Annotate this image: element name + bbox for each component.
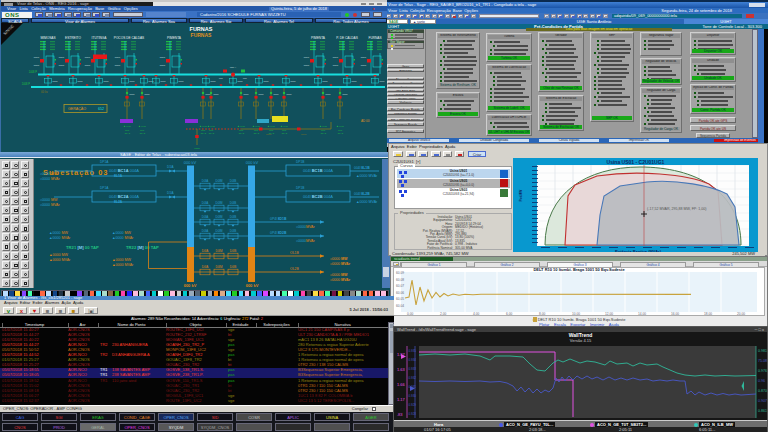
svg-text:D0lM: D0lM [215,229,223,233]
svg-text:000 kV: 000 kV [246,283,259,288]
svg-text:0018: 0018 [361,64,367,67]
svg-text:0018: 0018 [160,64,166,67]
svg-text:TR22 [M] 00 TAP: TR22 [M] 00 TAP [126,245,159,250]
svg-text:0.933: 0.933 [409,367,417,371]
svg-text:0018: 0018 [304,64,310,67]
svg-text:OL1B: OL1B [290,251,299,255]
svg-text:DP1B: DP1B [296,160,304,164]
svg-text:D0lA: D0lA [202,249,209,253]
svg-text:≈0000 MW: ≈0000 MW [330,257,348,261]
svg-text:0017: 0017 [85,56,91,59]
svg-text:0001: 0001 [104,80,110,82]
svg-text:0000: 0000 [145,93,151,95]
svg-text:D0lB: D0lB [230,249,237,253]
svg-text:0017: 0017 [304,56,310,59]
svg-text:8L2A: 8L2A [114,200,123,204]
svg-text:0001: 0001 [238,80,244,82]
svg-text:DP1A: DP1A [100,186,109,190]
svg-text:▲0000 MW: ▲0000 MW [49,253,69,257]
svg-text:.83: .83 [397,412,403,417]
svg-text:0017: 0017 [34,56,40,59]
svg-text:0017: 0017 [333,56,339,59]
svg-text:0001: 0001 [130,80,136,82]
svg-text:D0lA: D0lA [202,229,209,233]
svg-text:0.870: 0.870 [758,389,767,393]
svg-text:0.976: 0.976 [758,369,767,373]
svg-text:004l BC2B 004A: 004l BC2B 004A [303,194,333,199]
svg-text:0.934: 0.934 [409,358,417,362]
svg-text:D1lA: D1lA [167,191,174,195]
svg-text:1008 P: 1008 P [29,70,37,74]
svg-text:0018: 0018 [85,64,91,67]
svg-text:0000: 0000 [259,93,265,95]
svg-text:≈0000 MVAr: ≈0000 MVAr [330,278,351,282]
svg-text:0P4l 8D1B: 0P4l 8D1B [270,217,287,221]
svg-text:PIMENTA: PIMENTA [311,36,326,40]
svg-text:0001: 0001 [323,80,329,82]
svg-text:D1lA: D1lA [167,165,174,169]
svg-text:D0lB: D0lB [230,201,237,205]
svg-text:004l BC1B 004A: 004l BC1B 004A [303,168,333,173]
svg-text:D0lM: D0lM [215,249,223,253]
svg-text:0.932: 0.932 [409,376,417,380]
svg-text:-18 -5: -18 -5 [238,132,245,135]
svg-text:-18 -5: -18 -5 [320,132,327,135]
svg-text:1.63: 1.63 [397,367,406,372]
svg-text:0P4l 8D2B: 0P4l 8D2B [270,231,287,235]
svg-text:D0lM: D0lM [215,265,223,269]
svg-text:004l 8L1B: 004l 8L1B [354,166,370,170]
svg-text:-18 -5: -18 -5 [253,132,260,135]
svg-text:0001: 0001 [161,80,167,82]
svg-text:≈0000MVAr: ≈0000MVAr [296,225,315,229]
svg-text:-18 -5: -18 -5 [200,132,207,135]
svg-text:D0lA: D0lA [202,201,209,205]
svg-text:0001: 0001 [53,80,59,82]
svg-text:FURNAS: FURNAS [191,32,212,38]
svg-text:TR21 [M] 00 TAP: TR21 [M] 00 TAP [66,245,99,250]
svg-text:0001: 0001 [211,80,217,82]
svg-text:0000: 0000 [326,93,332,95]
svg-text:0001: 0001 [149,80,155,82]
svg-text:-18 -5: -18 -5 [208,132,215,135]
svg-text:0000: 0000 [287,93,293,95]
svg-text:ESTREITO: ESTREITO [65,36,81,40]
svg-text:0000: 0000 [274,93,280,95]
svg-text:AD 00: AD 00 [361,119,370,123]
svg-text:000 kV: 000 kV [184,160,197,165]
svg-text:DP1B: DP1B [296,186,304,190]
svg-text:0017: 0017 [115,56,121,59]
svg-text:MIMOSAS: MIMOSAS [40,36,55,40]
svg-text:0001: 0001 [264,80,270,82]
svg-text:-18 -5: -18 -5 [124,132,131,135]
svg-text:D0lB: D0lB [230,265,237,269]
svg-text:D0lA: D0lA [202,215,209,219]
svg-text:0018: 0018 [333,64,339,67]
svg-text:004l 8L2B: 004l 8L2B [354,192,370,196]
svg-text:▲0000 MVAr: ▲0000 MVAr [356,200,378,204]
svg-text:▲0000 MW: ▲0000 MW [112,258,132,262]
svg-text:DP1A: DP1A [100,160,109,164]
svg-text:00 kv: 00 kv [41,90,48,94]
svg-text:D0lA: D0lA [202,265,209,269]
svg-text:▲0000 MW: ▲0000 MW [112,231,132,235]
svg-text:1008 P: 1008 P [22,82,30,86]
svg-text:0017: 0017 [361,56,367,59]
svg-text:GERAÇÃO: GERAÇÃO [68,106,86,111]
svg-text:0.935: 0.935 [409,349,417,353]
svg-text:D0lB: D0lB [230,229,237,233]
svg-text:D0lA: D0lA [202,179,209,183]
svg-text:≈0000 MVAr: ≈0000 MVAr [330,262,351,266]
svg-text:0018: 0018 [34,64,40,67]
svg-text:D0lM: D0lM [215,179,223,183]
svg-text:652: 652 [98,107,104,111]
svg-text:P. DE CALDAS: P. DE CALDAS [336,36,358,40]
svg-text:≈0000 MW: ≈0000 MW [330,273,348,277]
svg-text:8L1A: 8L1A [114,174,123,178]
svg-text:≈0000 MVAr: ≈0000 MVAr [40,177,60,181]
svg-text:0.929: 0.929 [409,403,417,407]
svg-text:0.96: 0.96 [758,379,765,383]
svg-text:D0lM: D0lM [215,215,223,219]
svg-text:0018: 0018 [115,64,121,67]
svg-text:▲0000 MVAr: ▲0000 MVAr [49,258,71,262]
svg-text:D0lB: D0lB [230,215,237,219]
